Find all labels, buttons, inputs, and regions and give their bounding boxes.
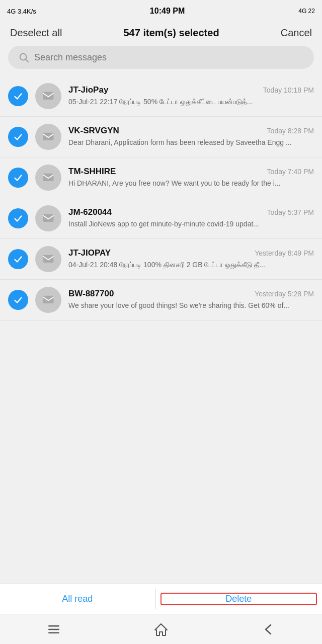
menu-icon <box>46 622 61 637</box>
svg-rect-9 <box>48 628 59 630</box>
message-time: Yesterday 5:28 PM <box>255 290 314 298</box>
message-time: Today 7:40 PM <box>267 168 314 176</box>
cancel-button[interactable]: Cancel <box>281 27 312 39</box>
message-header: BW-887700 Yesterday 5:28 PM <box>68 289 314 299</box>
back-icon <box>261 622 276 637</box>
list-item[interactable]: JT-JIOPAY Yesterday 8:49 PM 04-Jul-21 20… <box>0 239 322 280</box>
checkmark-icon <box>13 294 24 305</box>
message-content: VK-SRVGYN Today 8:28 PM Dear Dharani, Ap… <box>68 126 314 148</box>
avatar <box>35 124 61 150</box>
list-item[interactable]: JM-620044 Today 5:37 PM Install JioNews … <box>0 198 322 239</box>
checkmark-icon <box>13 254 24 265</box>
nav-bar <box>0 614 322 644</box>
top-bar: Deselect all 547 item(s) selected Cancel <box>0 22 322 46</box>
message-icon <box>41 211 55 225</box>
message-sender: JM-620044 <box>68 207 112 217</box>
search-input[interactable] <box>34 52 304 63</box>
all-read-label: All read <box>62 594 93 604</box>
checkbox-selected[interactable] <box>8 86 28 106</box>
bottom-action-bar: All read Delete <box>0 584 322 614</box>
list-item[interactable]: BW-887700 Yesterday 5:28 PM We share you… <box>0 280 322 320</box>
back-button[interactable] <box>215 614 322 644</box>
message-content: JT-JIOPAY Yesterday 8:49 PM 04-Jul-21 20… <box>68 248 314 270</box>
message-content: TM-SHHIRE Today 7:40 PM Hi DHARANI, Are … <box>68 167 314 189</box>
message-preview: 05-Jul-21 22:17 நேரப்படி 50% டேட்டா ஒதுக… <box>68 97 314 107</box>
message-icon <box>41 89 55 103</box>
svg-rect-7 <box>43 296 54 303</box>
status-time: 10:49 PM <box>150 7 185 16</box>
checkmark-icon <box>13 172 24 183</box>
svg-marker-11 <box>155 624 167 635</box>
status-right: 4G 22 <box>298 8 315 15</box>
message-content: JT-JioPay Today 10:18 PM 05-Jul-21 22:17… <box>68 85 314 107</box>
message-content: BW-887700 Yesterday 5:28 PM We share you… <box>68 289 314 311</box>
message-preview: Dear Dharani, Application form has been … <box>68 138 314 148</box>
search-container <box>0 46 322 76</box>
message-icon <box>41 293 55 307</box>
checkbox-selected[interactable] <box>8 249 28 269</box>
message-icon <box>41 171 55 185</box>
message-header: JM-620044 Today 5:37 PM <box>68 207 314 217</box>
message-time: Yesterday 8:49 PM <box>255 249 314 257</box>
message-sender: TM-SHHIRE <box>68 167 116 177</box>
svg-rect-3 <box>43 133 54 140</box>
avatar <box>35 287 61 313</box>
avatar <box>35 165 61 191</box>
status-left: 4G 3.4K/s <box>7 8 36 15</box>
list-item[interactable]: VK-SRVGYN Today 8:28 PM Dear Dharani, Ap… <box>0 117 322 157</box>
svg-rect-4 <box>43 174 54 181</box>
checkbox-selected[interactable] <box>8 208 28 228</box>
message-header: VK-SRVGYN Today 8:28 PM <box>68 126 314 136</box>
message-sender: BW-887700 <box>68 289 114 299</box>
menu-button[interactable] <box>0 614 107 644</box>
battery-text: 4G 22 <box>298 8 315 15</box>
status-bar: 4G 3.4K/s 10:49 PM 4G 22 <box>0 0 322 22</box>
search-icon <box>18 52 29 63</box>
message-header: JT-JioPay Today 10:18 PM <box>68 85 314 95</box>
message-icon <box>41 130 55 144</box>
checkbox-selected[interactable] <box>8 127 28 147</box>
svg-line-1 <box>26 59 28 62</box>
checkbox-selected[interactable] <box>8 168 28 188</box>
message-sender: VK-SRVGYN <box>68 126 119 136</box>
message-content: JM-620044 Today 5:37 PM Install JioNews … <box>68 207 314 229</box>
message-sender: JT-JioPay <box>68 85 108 95</box>
checkmark-icon <box>13 131 24 142</box>
signal-text: 4G 3.4K/s <box>7 8 36 15</box>
avatar <box>35 205 61 231</box>
action-bar-divider <box>155 589 155 609</box>
messages-list: JT-JioPay Today 10:18 PM 05-Jul-21 22:17… <box>0 76 322 584</box>
message-header: TM-SHHIRE Today 7:40 PM <box>68 167 314 177</box>
delete-button[interactable]: Delete <box>160 593 317 605</box>
message-preview: Hi DHARANI, Are you free now? We want yo… <box>68 179 314 189</box>
list-item[interactable]: JT-JioPay Today 10:18 PM 05-Jul-21 22:17… <box>0 76 322 117</box>
avatar <box>35 246 61 272</box>
message-time: Today 8:28 PM <box>267 127 314 135</box>
message-preview: Install JioNews app to get minute-by-min… <box>68 219 314 229</box>
all-read-button[interactable]: All read <box>0 594 155 604</box>
svg-rect-10 <box>48 632 59 633</box>
message-time: Today 5:37 PM <box>267 208 314 216</box>
selected-count: 547 item(s) selected <box>124 27 219 39</box>
home-icon <box>153 622 169 637</box>
delete-label: Delete <box>225 594 252 604</box>
message-sender: JT-JIOPAY <box>68 248 111 258</box>
checkmark-icon <box>13 91 24 102</box>
list-item[interactable]: TM-SHHIRE Today 7:40 PM Hi DHARANI, Are … <box>0 157 322 198</box>
svg-rect-5 <box>43 214 54 222</box>
checkbox-selected[interactable] <box>8 290 28 310</box>
message-preview: We share your love of good things! So we… <box>68 301 314 311</box>
svg-rect-6 <box>43 255 54 263</box>
message-preview: 04-Jul-21 20:48 நேரப்படி 100% தினசரி 2 G… <box>68 260 314 270</box>
svg-rect-8 <box>48 625 59 627</box>
deselect-all-button[interactable]: Deselect all <box>10 27 62 39</box>
avatar <box>35 83 61 109</box>
svg-rect-2 <box>43 92 54 100</box>
search-bar[interactable] <box>8 46 314 69</box>
message-header: JT-JIOPAY Yesterday 8:49 PM <box>68 248 314 258</box>
home-button[interactable] <box>107 614 214 644</box>
message-time: Today 10:18 PM <box>263 86 314 94</box>
checkmark-icon <box>13 213 24 224</box>
message-icon <box>41 252 55 266</box>
